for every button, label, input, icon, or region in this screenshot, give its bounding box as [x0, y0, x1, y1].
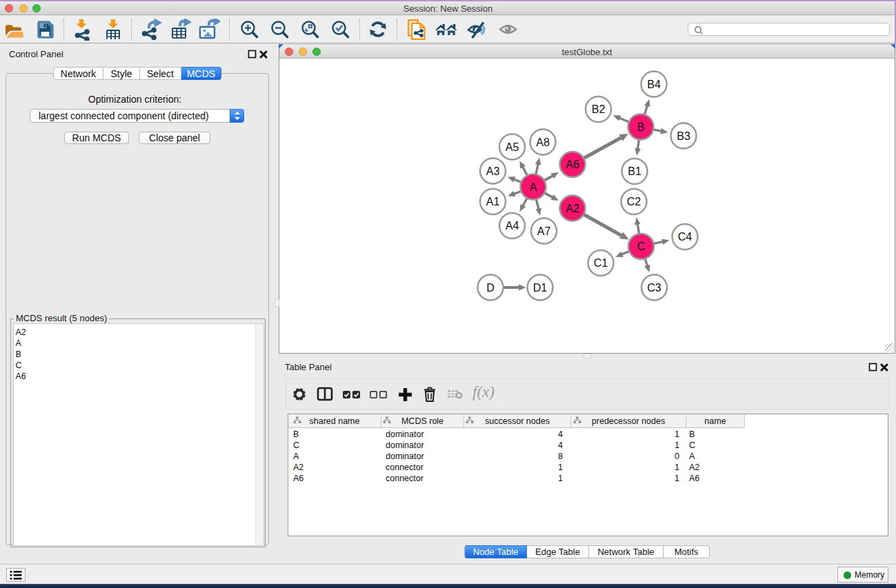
- svg-text:B2: B2: [592, 103, 606, 115]
- svg-text:D: D: [486, 282, 495, 294]
- svg-text:C3: C3: [647, 282, 661, 294]
- svg-text:A: A: [530, 181, 537, 193]
- svg-text:A2: A2: [566, 203, 579, 214]
- svg-text:A7: A7: [537, 225, 551, 237]
- svg-text:C: C: [637, 241, 646, 252]
- svg-text:C4: C4: [678, 231, 693, 243]
- svg-text:A6: A6: [566, 159, 579, 170]
- svg-text:A8: A8: [536, 136, 550, 148]
- svg-text:D1: D1: [533, 282, 548, 294]
- svg-text:A1: A1: [486, 196, 500, 207]
- svg-text:A4: A4: [506, 220, 519, 232]
- svg-text:B3: B3: [677, 130, 690, 142]
- svg-text:B1: B1: [628, 165, 641, 177]
- svg-text:C1: C1: [594, 257, 608, 269]
- svg-text:B4: B4: [647, 79, 661, 90]
- svg-text:C2: C2: [627, 196, 641, 207]
- svg-text:A3: A3: [486, 165, 500, 177]
- svg-text:A5: A5: [506, 141, 519, 153]
- svg-text:B: B: [637, 121, 645, 133]
